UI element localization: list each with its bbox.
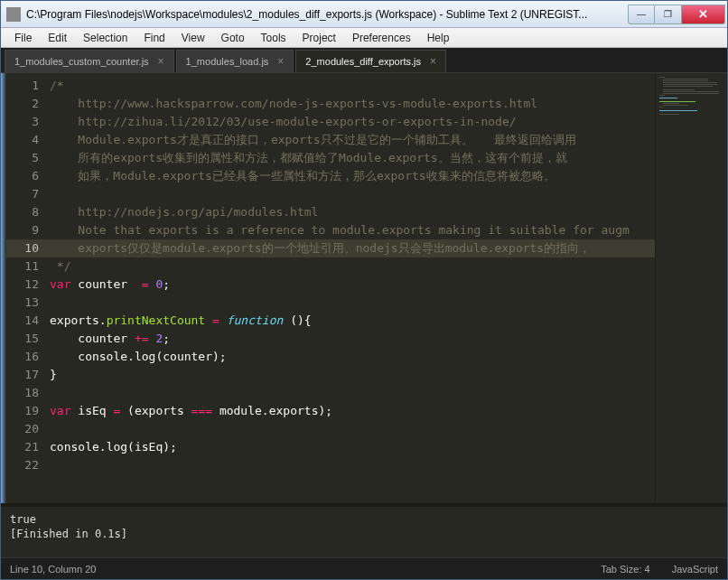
close-button[interactable]: ✕ [682,5,725,24]
status-tabsize[interactable]: Tab Size: 4 [601,564,649,575]
window-title: C:\Program Files\nodejs\Workspace\module… [26,8,628,21]
menu-help[interactable]: Help [419,30,458,46]
tab-close-icon[interactable]: × [277,55,284,68]
tab-label: 1_modules_custom_counter.js [14,56,149,67]
tab-close-icon[interactable]: × [158,55,164,68]
status-language[interactable]: JavaScript [672,564,718,575]
menu-project[interactable]: Project [294,30,344,46]
menu-edit[interactable]: Edit [40,30,75,46]
tab-close-icon[interactable]: × [430,55,436,68]
titlebar[interactable]: C:\Program Files\nodejs\Workspace\module… [1,1,727,28]
build-output[interactable]: true [Finished in 0.1s] [1,503,727,557]
menu-preferences[interactable]: Preferences [344,30,419,46]
gutter[interactable]: 12345678910111213141516171819202122 [6,73,50,503]
code-area[interactable]: /* http://www.hacksparrow.com/node-js-ex… [50,73,655,503]
editor[interactable]: 12345678910111213141516171819202122 /* h… [1,73,727,503]
minimize-button[interactable]: — [628,5,655,24]
menu-selection[interactable]: Selection [75,30,135,46]
menu-goto[interactable]: Goto [213,30,253,46]
menu-tools[interactable]: Tools [253,30,294,46]
tab-label: 1_modules_load.js [186,56,269,67]
menu-view[interactable]: View [173,30,213,46]
minimap[interactable] [655,73,727,503]
menu-file[interactable]: File [6,30,40,46]
maximize-button[interactable]: ❐ [655,5,682,24]
tab-1[interactable]: 1_modules_load.js× [176,50,294,72]
status-cursor[interactable]: Line 10, Column 20 [10,564,96,575]
tab-0[interactable]: 1_modules_custom_counter.js× [5,50,174,72]
menubar: File Edit Selection Find View Goto Tools… [1,28,727,48]
tabbar: 1_modules_custom_counter.js× 1_modules_l… [1,48,727,73]
app-icon [6,7,21,22]
console-line: [Finished in 0.1s] [10,527,718,541]
menu-find[interactable]: Find [135,30,173,46]
tab-2[interactable]: 2_modules_diff_exports.js× [295,50,446,72]
tab-label: 2_modules_diff_exports.js [305,56,421,67]
statusbar: Line 10, Column 20 Tab Size: 4 JavaScrip… [1,557,727,579]
console-line: true [10,512,718,527]
